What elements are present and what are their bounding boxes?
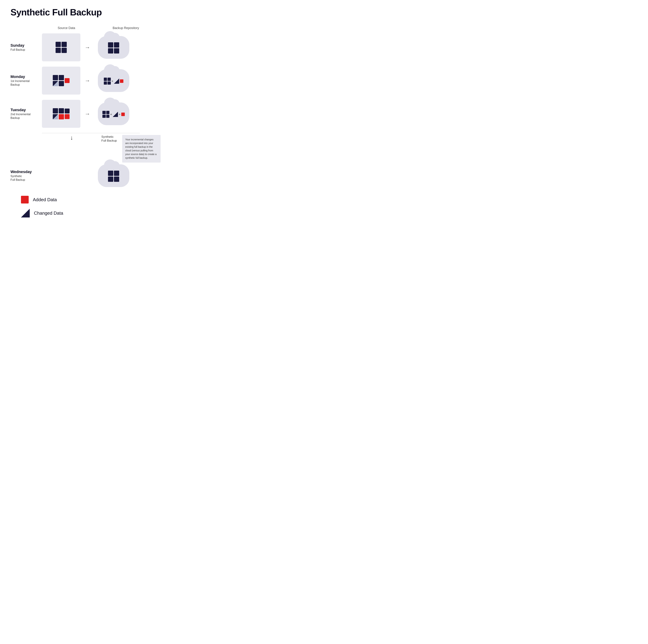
legend-added-label: Added Data	[33, 197, 57, 202]
tuesday-cloud-content: + +	[102, 111, 124, 118]
cell	[108, 42, 113, 48]
synthetic-label: SyntheticFull Backup	[101, 133, 117, 143]
cell	[61, 48, 67, 53]
cell	[59, 75, 64, 80]
cell	[102, 115, 106, 118]
page-title: Synthetic Full Backup	[10, 7, 182, 17]
sunday-name: Sunday	[10, 43, 42, 48]
sunday-cloud-content	[108, 42, 119, 53]
cell	[114, 48, 119, 53]
repo-header: Backup Repository	[105, 26, 147, 30]
sunday-sub: Full Backup	[10, 48, 42, 52]
tuesday-source-grid	[53, 108, 64, 119]
cell	[108, 177, 113, 182]
cell	[53, 108, 58, 113]
monday-repo: +	[94, 69, 133, 92]
tuesday-arrow: →	[80, 111, 94, 117]
sunday-label: Sunday Full Backup	[10, 43, 42, 52]
monday-repo-grid	[104, 78, 111, 85]
sunday-repo	[94, 36, 133, 59]
wednesday-sub: SyntheticFull Backup	[10, 175, 42, 182]
wednesday-repo	[94, 164, 133, 187]
tuesday-repo-grid	[102, 111, 109, 118]
callout-box: Your incremental changes are incorporate…	[122, 135, 161, 162]
cell	[114, 42, 119, 48]
synthetic-section: ↓ SyntheticFull Backup Your incremental …	[42, 133, 182, 162]
cell	[59, 108, 64, 113]
cell	[114, 177, 119, 182]
cell	[59, 114, 64, 119]
plus-icon: +	[111, 79, 113, 83]
cell	[114, 170, 119, 176]
cell	[108, 48, 113, 53]
legend-changed-label: Changed Data	[34, 210, 63, 216]
added-red-icon	[121, 112, 125, 116]
sunday-repo-grid	[108, 42, 119, 53]
wednesday-row: Wednesday SyntheticFull Backup	[10, 164, 182, 187]
cell-tri	[53, 81, 58, 86]
wednesday-name: Wednesday	[10, 169, 42, 174]
cell-red	[65, 114, 69, 119]
monday-label: Monday 1st IncrementalBackup	[10, 75, 42, 87]
monday-source-grid	[53, 75, 64, 86]
legend: Added Data Changed Data	[21, 196, 182, 217]
tuesday-row: Tuesday 2nd IncrementalBackup → +	[10, 100, 182, 128]
monday-sub: 1st IncrementalBackup	[10, 79, 42, 87]
sunday-source	[42, 33, 80, 61]
plus-icon: +	[110, 112, 112, 116]
added-red-icon	[120, 79, 123, 83]
cell	[53, 75, 58, 80]
changed-tri-icon	[113, 112, 118, 117]
cell	[107, 82, 111, 85]
plus-icon-2: +	[119, 112, 121, 116]
wednesday-cloud	[98, 164, 129, 187]
monday-arrow: →	[80, 78, 94, 84]
monday-cloud: +	[98, 69, 129, 92]
synthetic-down-arrow: ↓	[42, 133, 101, 141]
sunday-arrow: →	[80, 44, 94, 51]
cell	[104, 82, 107, 85]
tuesday-label: Tuesday 2nd IncrementalBackup	[10, 108, 42, 120]
cell	[107, 78, 111, 81]
monday-row: Monday 1st IncrementalBackup → +	[10, 66, 182, 95]
synthetic-arrow-section: ↓ SyntheticFull Backup Your incremental …	[42, 133, 182, 162]
cell	[106, 111, 110, 114]
cell	[56, 42, 61, 47]
source-header: Source Data	[45, 26, 88, 30]
added-data-swatch	[21, 196, 29, 203]
cell	[59, 81, 64, 86]
cell	[102, 111, 106, 114]
sunday-row: Sunday Full Backup →	[10, 33, 182, 61]
cell	[108, 170, 113, 176]
tuesday-repo: + +	[94, 102, 133, 125]
tuesday-source	[42, 100, 80, 128]
changed-data-swatch	[21, 209, 30, 217]
cell-red	[65, 78, 69, 83]
cell	[65, 108, 69, 113]
column-headers: Source Data Backup Repository	[45, 26, 182, 30]
cell	[61, 42, 67, 47]
sunday-source-grid	[56, 42, 67, 53]
sunday-cloud	[98, 36, 129, 59]
wednesday-cloud-content	[108, 170, 119, 182]
cell	[56, 48, 61, 53]
cell-tri	[53, 114, 58, 119]
monday-name: Monday	[10, 75, 42, 79]
wednesday-label: Wednesday SyntheticFull Backup	[10, 169, 42, 182]
wednesday-repo-grid	[108, 170, 119, 182]
changed-tri-icon	[114, 79, 119, 84]
monday-cloud-content: +	[104, 78, 123, 85]
legend-added: Added Data	[21, 196, 182, 203]
monday-source	[42, 66, 80, 95]
tuesday-cloud: + +	[98, 102, 129, 125]
cell	[104, 78, 107, 81]
cell	[106, 115, 110, 118]
tuesday-name: Tuesday	[10, 108, 42, 112]
legend-changed: Changed Data	[21, 209, 182, 217]
tuesday-sub: 2nd IncrementalBackup	[10, 112, 42, 120]
